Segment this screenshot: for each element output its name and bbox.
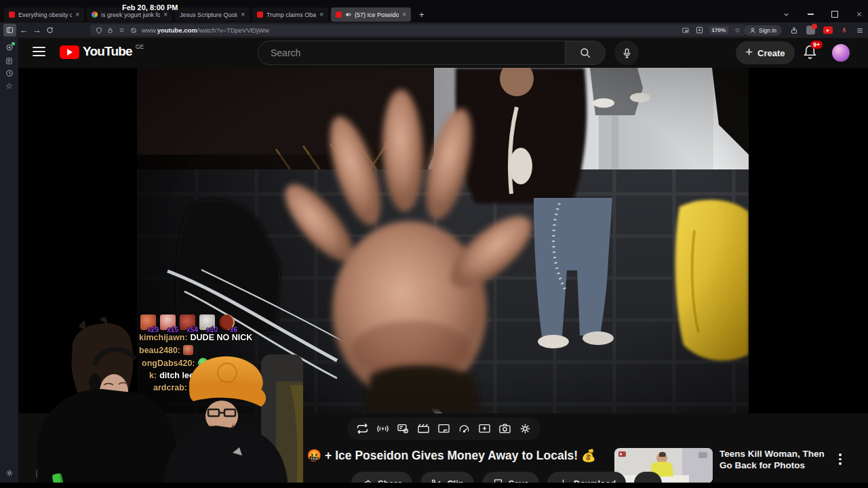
shield-icon[interactable] — [96, 27, 102, 34]
settings-gear-icon[interactable] — [0, 469, 18, 477]
tab-title: is greek yogurt junk food - Go — [101, 12, 160, 18]
tab-close-icon[interactable]: × — [402, 11, 406, 18]
plus-icon: + — [745, 45, 753, 60]
ai-chat-icon[interactable] — [0, 43, 18, 52]
extension-icon[interactable] — [806, 26, 815, 35]
tab-strip: Everything obesity does to you × is gree… — [4, 7, 425, 22]
tab-title: Trump claims Obama revealed — [267, 12, 316, 18]
live-stream-icon[interactable] — [376, 422, 389, 435]
browser-toolbar: ← → www.youtube.com/watch?v=TDpeVVEIjWw — [0, 22, 868, 38]
url-text: www.youtube.com/watch?v=TDpeVVEIjWw — [142, 26, 269, 34]
hamburger-menu-icon[interactable] — [33, 47, 45, 56]
create-button[interactable]: + Create — [736, 41, 795, 64]
playback-speed-icon[interactable] — [458, 422, 471, 435]
switch-arrows-icon[interactable] — [118, 27, 125, 33]
avatar[interactable] — [832, 44, 850, 62]
search-bar — [258, 41, 606, 65]
suggested-video-title[interactable]: Teens Kill Woman, Then Go Back for Photo… — [719, 448, 828, 483]
speaker-icon — [345, 12, 351, 18]
chat-message: ardcrab: — [153, 383, 329, 392]
emote-combo-row: x29 x15 x54 x10 x6 — [140, 314, 329, 330]
chat-message: ongDabs420: — [142, 358, 329, 368]
frame-size-icon[interactable] — [437, 422, 450, 435]
tab-close-icon[interactable]: × — [241, 11, 245, 18]
pale-face-emote: x10 — [199, 314, 215, 330]
new-tab-button[interactable]: + — [419, 9, 425, 20]
bookmark-star-icon[interactable]: ☆ — [734, 26, 741, 34]
chat-message: k: ditch lee — [149, 371, 329, 380]
tab-list-chevron-icon[interactable] — [781, 9, 791, 19]
tab-close-icon[interactable]: × — [163, 11, 167, 18]
youtube-favicon — [257, 12, 263, 18]
firefox-sidebar: ☆ — [0, 38, 18, 488]
maximize-button[interactable] — [830, 9, 840, 19]
tab-close-icon[interactable]: × — [75, 11, 79, 18]
zoom-level-badge[interactable]: 170% — [709, 26, 728, 34]
browser-tab-3[interactable]: Jesus Scripture Quote Bracelet – Ch × — [175, 7, 250, 22]
crying-red-emote: x54 — [180, 314, 195, 330]
notification-badge: 9+ — [810, 41, 823, 49]
sidebar-toggle-button[interactable] — [3, 24, 16, 37]
toolbar-right: Sign in — [744, 24, 864, 37]
browser-window: Everything obesity does to you × is gree… — [0, 0, 868, 488]
minimize-button[interactable] — [806, 9, 815, 19]
export-icon[interactable] — [790, 26, 798, 35]
search-button[interactable] — [565, 41, 606, 65]
laughing-red-emote: x29 — [140, 314, 156, 330]
blocker-icon[interactable] — [130, 27, 137, 34]
youtube-favicon — [9, 12, 15, 18]
red-face-emote — [183, 345, 193, 355]
picture-in-picture-icon[interactable] — [682, 27, 690, 34]
dark-red-circle-emote: x6 — [219, 314, 235, 330]
youtube-header: YouTube GE + Create 9+ — [18, 38, 868, 68]
url-bar[interactable]: www.youtube.com/watch?v=TDpeVVEIjWw 170%… — [90, 24, 746, 36]
star-icon[interactable]: ☆ — [0, 81, 18, 91]
browser-tab-4[interactable]: Trump claims Obama revealed × — [252, 7, 328, 22]
chat-message: kimchijawn: DUDE NO NICK — [139, 333, 329, 342]
settings-gear-icon[interactable] — [519, 422, 532, 435]
region-code: GE — [136, 43, 144, 50]
green-circle-emote — [198, 358, 208, 368]
youtube-extension-icon[interactable] — [823, 26, 833, 34]
cinema-mode-icon[interactable] — [417, 422, 430, 435]
lock-icon[interactable] — [107, 27, 113, 34]
browser-tab-active[interactable]: (57) Ice Poseidon Goes to V × — [331, 7, 411, 22]
browser-tab-1[interactable]: Everything obesity does to you × — [4, 7, 84, 22]
video-title: y! 🤬 + Ice Poseidon Gives Money Away to … — [293, 449, 596, 463]
preview-eye-icon[interactable] — [397, 422, 410, 435]
sign-in-button[interactable]: Sign in — [744, 25, 782, 36]
screenshot-icon[interactable] — [498, 422, 511, 435]
youtube-logo[interactable]: YouTube GE — [60, 44, 144, 59]
tab-title: Jesus Scripture Quote Bracelet – Ch — [180, 12, 237, 18]
crying-pink-emote: x15 — [160, 314, 176, 330]
stream-chat-overlay: x29 x15 x54 x10 x6 kimchijawn: DUDE NO N… — [139, 314, 329, 392]
video-filters-icon[interactable] — [478, 422, 491, 435]
more-options-icon[interactable] — [839, 453, 842, 483]
voice-search-button[interactable] — [614, 41, 639, 65]
search-field[interactable] — [258, 41, 565, 65]
close-button[interactable] — [854, 9, 864, 19]
tab-title: Everything obesity does to you — [18, 12, 72, 18]
video-title: Ic — [37, 449, 47, 463]
forward-icon[interactable]: → — [31, 22, 43, 38]
bookmarks-page-icon[interactable] — [0, 57, 18, 65]
back-icon[interactable]: ← — [18, 22, 30, 38]
google-favicon — [92, 12, 98, 18]
repeat-icon[interactable] — [356, 422, 369, 435]
search-input[interactable] — [269, 47, 538, 59]
window-controls — [781, 9, 864, 19]
tab-close-icon[interactable]: × — [319, 11, 323, 18]
enhancer-toolbar — [347, 418, 540, 440]
youtube-favicon — [336, 12, 342, 18]
reload-icon[interactable] — [43, 22, 56, 38]
import-icon[interactable] — [696, 26, 703, 34]
menu-icon[interactable] — [856, 27, 864, 34]
urlbar-actions: 170% ☆ — [682, 26, 741, 34]
mic-extension-icon[interactable] — [841, 26, 848, 35]
history-clock-icon[interactable] — [0, 69, 18, 77]
stream-timestamp-overlay: Feb 20, 8:00 PM — [122, 3, 178, 12]
youtube-play-icon — [60, 45, 79, 59]
chat-message: beau2480: — [139, 345, 329, 355]
bottom-cutoff-strip — [0, 483, 868, 488]
tab-title: (57) Ice Poseidon Goes to V — [355, 12, 399, 18]
